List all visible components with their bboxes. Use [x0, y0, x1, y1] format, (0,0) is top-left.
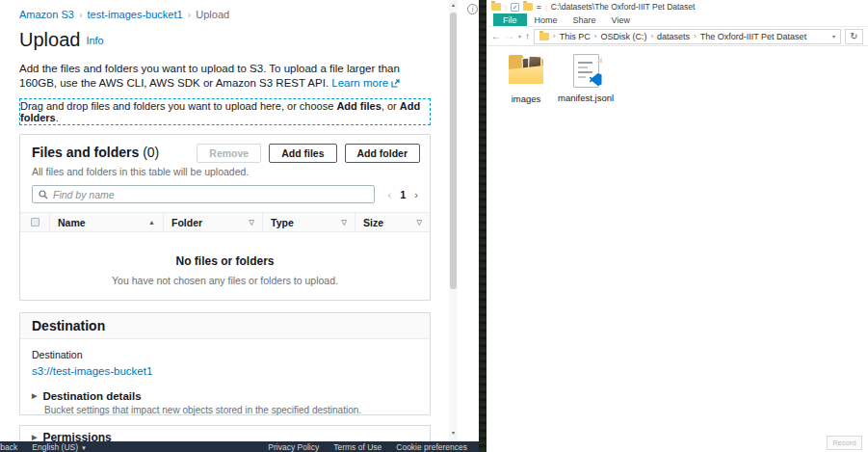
- files-count: (0): [143, 145, 159, 160]
- tab-file[interactable]: File: [493, 13, 527, 26]
- file-label: images: [498, 93, 554, 104]
- permissions-card: ▶ Permissions: [19, 425, 431, 441]
- triangle-right-icon: ▶: [32, 392, 37, 400]
- file-item-manifest-jsonl[interactable]: manifest.jsonl: [558, 54, 614, 103]
- feedback-link[interactable]: Feedback: [0, 442, 17, 452]
- screen: Amazon S3›test-images-bucket1›Upload Upl…: [0, 0, 868, 452]
- files-and-folders-card: Files and folders (0) Remove Add files A…: [19, 134, 431, 301]
- info-icon[interactable]: i: [467, 4, 478, 14]
- language-selector[interactable]: English (US)▼: [32, 442, 87, 452]
- vscode-badge-icon: [590, 73, 602, 86]
- destination-details-description: Bucket settings that impact new objects …: [44, 405, 418, 415]
- forward-arrow-icon[interactable]: →: [505, 31, 514, 41]
- filter-icon: ▽: [417, 219, 422, 226]
- file-item-images-folder[interactable]: images: [498, 54, 554, 104]
- record-button[interactable]: Record: [827, 436, 862, 450]
- tab-view[interactable]: View: [604, 13, 638, 26]
- add-files-button[interactable]: Add files: [269, 144, 336, 163]
- breadcrumb-amazon-s3[interactable]: Amazon S3: [19, 9, 74, 20]
- filter-icon: ▽: [250, 219, 254, 226]
- explorer-title-bar: | ✓ = | C:\datasets\The Oxford-IIIT Pet …: [487, 0, 868, 13]
- back-arrow-icon[interactable]: ←: [491, 31, 501, 41]
- up-arrow-icon[interactable]: ↑: [525, 31, 530, 41]
- refresh-icon: ↻: [850, 31, 857, 41]
- column-header-type[interactable]: Type▽: [262, 213, 355, 231]
- files-section-subtitle: All files and folders in this table will…: [20, 166, 430, 177]
- address-crumb-this-pc[interactable]: This PC: [560, 32, 591, 41]
- tab-share[interactable]: Share: [566, 13, 604, 26]
- scroll-up-arrow[interactable]: ▴: [449, 1, 458, 8]
- add-folder-button[interactable]: Add folder: [345, 144, 421, 163]
- empty-state-subtitle: You have not chosen any files or folders…: [20, 275, 430, 286]
- address-toolbar: ← → ▾ ↑ › This PC › OSDisk (C:) › datase…: [487, 27, 868, 46]
- column-header-name[interactable]: Name▲: [49, 213, 163, 231]
- window-title-path: C:\datasets\The Oxford-IIIT Pet Dataset: [551, 2, 696, 12]
- address-crumb-osdisk[interactable]: OSDisk (C:): [600, 32, 646, 41]
- folder-icon[interactable]: [523, 3, 533, 11]
- refresh-button[interactable]: ↻: [845, 29, 863, 44]
- find-by-name-input[interactable]: [53, 189, 368, 200]
- breadcrumb-bucket[interactable]: test-images-bucket1: [88, 9, 183, 20]
- destination-card: Destination Destination s3://test-images…: [19, 312, 431, 415]
- previous-page-button[interactable]: ‹: [388, 189, 392, 200]
- page-title: UploadInfo: [19, 29, 104, 51]
- pagination: ‹ 1 ›: [388, 189, 418, 200]
- quick-access-check-icon[interactable]: ✓: [511, 3, 519, 12]
- destination-section-title: Destination: [20, 313, 430, 339]
- files-section-title: Files and folders (0): [32, 145, 159, 160]
- aws-footer: Feedback English (US)▼ Privacy Policy Te…: [0, 441, 479, 452]
- info-link[interactable]: Info: [86, 35, 103, 46]
- address-crumb-current[interactable]: The Oxford-IIIT Pet Dataset: [700, 32, 806, 41]
- tab-home[interactable]: Home: [527, 13, 566, 26]
- external-link-icon: [391, 79, 400, 88]
- aws-s3-upload-page: Amazon S3›test-images-bucket1›Upload Upl…: [0, 0, 449, 452]
- address-crumb-datasets[interactable]: datasets: [657, 32, 690, 41]
- column-header-folder[interactable]: Folder▽: [163, 213, 262, 231]
- file-explorer-window: | ✓ = | C:\datasets\The Oxford-IIIT Pet …: [487, 0, 868, 452]
- destination-bucket-link[interactable]: s3://test-images-bucket1: [32, 365, 418, 377]
- address-bar[interactable]: › This PC › OSDisk (C:) › datasets › The…: [534, 29, 841, 44]
- images-folder-icon: [506, 54, 546, 89]
- recent-locations-icon[interactable]: ▾: [518, 33, 521, 40]
- breadcrumb-separator: ›: [188, 9, 192, 20]
- triangle-right-icon: ▶: [32, 434, 37, 441]
- search-box: [32, 185, 375, 203]
- folder-icon: [491, 3, 501, 11]
- filter-icon: ▽: [342, 219, 347, 226]
- terms-of-use-link[interactable]: Terms of Use: [333, 442, 381, 452]
- learn-more-link[interactable]: Learn more: [331, 77, 400, 89]
- ribbon-tabs: File Home Share View: [487, 13, 868, 27]
- jsonl-document-icon: [573, 54, 599, 88]
- select-all-checkbox[interactable]: [20, 213, 49, 231]
- scroll-down-arrow[interactable]: ▾: [449, 429, 458, 436]
- page-title-text: Upload: [19, 29, 80, 50]
- folder-icon: [539, 33, 549, 40]
- dropzone-add-files: Add files: [336, 100, 381, 112]
- privacy-policy-link[interactable]: Privacy Policy: [268, 442, 319, 452]
- breadcrumb-separator: ›: [79, 9, 83, 20]
- checkbox-icon: [31, 218, 39, 226]
- column-header-size[interactable]: Size▽: [355, 213, 430, 231]
- file-label: manifest.jsonl: [558, 93, 614, 103]
- next-page-button[interactable]: ›: [414, 189, 418, 200]
- vertical-scrollbar[interactable]: ▴ ▾: [449, 0, 458, 441]
- breadcrumb: Amazon S3›test-images-bucket1›Upload: [19, 9, 229, 20]
- desktop-wallpaper-strip: [479, 0, 487, 452]
- empty-state-title: No files or folders: [20, 254, 430, 268]
- dropzone-text: Drag and drop files and folders you want…: [20, 100, 336, 112]
- quick-access-customize-icon[interactable]: =: [537, 3, 541, 12]
- cookie-preferences-link[interactable]: Cookie preferences: [396, 442, 467, 452]
- destination-details-toggle[interactable]: ▶ Destination details: [32, 390, 418, 402]
- page-number[interactable]: 1: [400, 189, 406, 200]
- file-list-area: images manifest.jsonl: [487, 46, 868, 450]
- empty-state: No files or folders You have not chosen …: [20, 254, 430, 286]
- destination-label: Destination: [32, 349, 418, 360]
- scrollbar-thumb[interactable]: [450, 13, 457, 289]
- remove-button[interactable]: Remove: [197, 144, 261, 163]
- caret-down-icon: ▼: [81, 445, 87, 451]
- upload-description: Add the files and folders you want to up…: [19, 62, 428, 90]
- drag-drop-zone[interactable]: Drag and drop files and folders you want…: [19, 98, 431, 125]
- address-dropdown-icon[interactable]: ▾: [832, 33, 835, 40]
- breadcrumb-current: Upload: [196, 9, 229, 20]
- sort-ascending-icon: ▲: [148, 219, 155, 226]
